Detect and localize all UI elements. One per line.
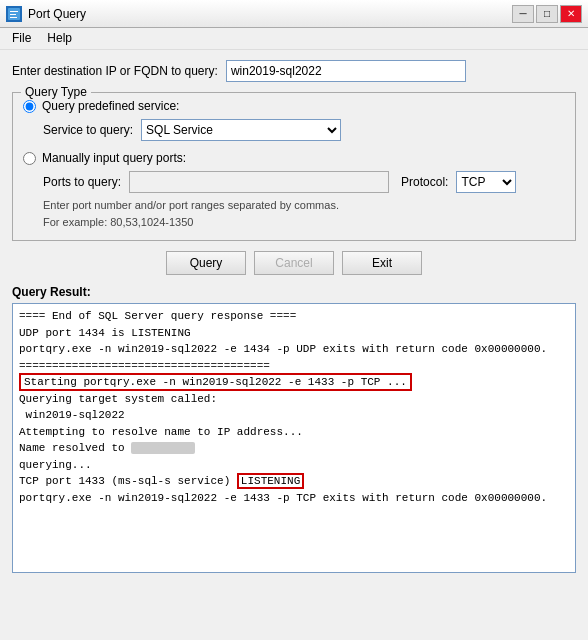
radio-manual[interactable] [23,152,36,165]
title-bar: Port Query ─ □ ✕ [0,0,588,28]
protocol-label: Protocol: [401,175,448,189]
window-title: Port Query [28,7,86,21]
svg-rect-3 [10,14,16,15]
result-line: Starting portqry.exe -n win2019-sql2022 … [19,374,569,391]
destination-input[interactable] [226,60,466,82]
close-button[interactable]: ✕ [560,5,582,23]
window-controls: ─ □ ✕ [512,5,582,23]
svg-rect-2 [10,11,18,12]
query-type-group: Query Type Query predefined service: Ser… [12,92,576,241]
result-line: querying... [19,457,569,474]
radio-manual-row: Manually input query ports: [23,151,565,165]
cancel-button[interactable]: Cancel [254,251,334,275]
result-line: portqry.exe -n win2019-sql2022 -e 1434 -… [19,341,569,358]
svg-rect-4 [10,17,17,18]
title-bar-left: Port Query [6,6,86,22]
radio-predefined-row: Query predefined service: [23,99,565,113]
radio-manual-label[interactable]: Manually input query ports: [42,151,186,165]
app-icon [6,6,22,22]
result-line: portqry.exe -n win2019-sql2022 -e 1433 -… [19,490,569,507]
hint-line1: Enter port number and/or port ranges sep… [43,199,339,211]
ports-row: Ports to query: Protocol: TCP UDP Both [43,171,565,193]
result-line: ==== End of SQL Server query response ==… [19,308,569,325]
result-line: Attempting to resolve name to IP address… [19,424,569,441]
result-line: Querying target system called: [19,391,569,408]
result-line: UDP port 1434 is LISTENING [19,325,569,342]
destination-label: Enter destination IP or FQDN to query: [12,64,218,78]
result-line: ====================================== [19,358,569,375]
query-button[interactable]: Query [166,251,246,275]
result-label: Query Result: [12,285,576,299]
ports-input[interactable] [129,171,389,193]
menu-file[interactable]: File [4,30,39,47]
service-select[interactable]: SQL Service DNS FTP HTTP HTTPS [141,119,341,141]
radio-predefined[interactable] [23,100,36,113]
hint-text: Enter port number and/or port ranges sep… [43,197,565,230]
main-content: Enter destination IP or FQDN to query: Q… [0,50,588,583]
menu-bar: File Help [0,28,588,50]
exit-button[interactable]: Exit [342,251,422,275]
ports-label: Ports to query: [43,175,121,189]
result-line: TCP port 1433 (ms-sql-s service) LISTENI… [19,473,569,490]
result-box[interactable]: ==== End of SQL Server query response ==… [12,303,576,573]
hint-line2: For example: 80,53,1024-1350 [43,216,193,228]
minimize-button[interactable]: ─ [512,5,534,23]
service-row: Service to query: SQL Service DNS FTP HT… [43,119,565,141]
destination-row: Enter destination IP or FQDN to query: [12,60,576,82]
radio-predefined-label[interactable]: Query predefined service: [42,99,179,113]
result-line: win2019-sql2022 [19,407,569,424]
query-type-legend: Query Type [21,85,91,99]
result-line: Name resolved to ■■■■■■■■■ [19,440,569,457]
service-label: Service to query: [43,123,133,137]
maximize-button[interactable]: □ [536,5,558,23]
menu-help[interactable]: Help [39,30,80,47]
buttons-row: Query Cancel Exit [12,251,576,275]
protocol-select[interactable]: TCP UDP Both [456,171,516,193]
